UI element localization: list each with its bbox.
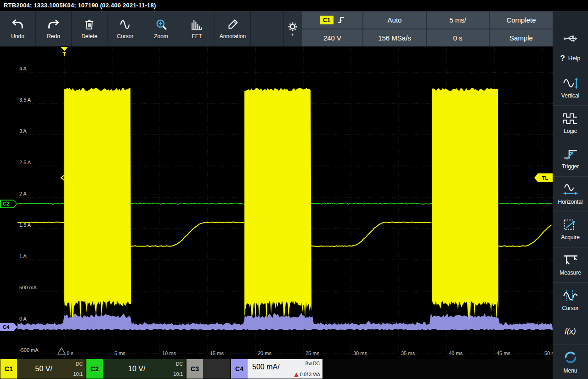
pencil-icon [227,18,239,31]
undo-button[interactable]: Undo [0,11,36,46]
channel-c3-control[interactable]: C3 [187,359,230,379]
sidebar-item-acquire[interactable]: Acquire [553,212,588,247]
usb-status-area [553,11,588,46]
acquire-icon [562,218,579,231]
title-bar: RTB2004; 1333.1005K04; 107190 (02.400 20… [0,0,588,11]
channel4-position-marker[interactable]: C4 [0,323,17,331]
trigger-position-marker[interactable]: T [61,47,68,57]
toolbar-button-label: Undo [11,33,24,40]
logic-icon [562,112,579,125]
y-axis-label: 3.5 A [19,97,31,103]
c4-attenuation: 0.013 V/A [300,372,320,377]
menu-sidebar: ?HelpVerticalLogicTriggerHorizontalAcqui… [553,46,588,379]
trigger-mode-cell[interactable]: Auto [363,11,426,29]
annotation-button[interactable]: Annotation [215,11,251,46]
sidebar-item-trigger[interactable]: Trigger [553,141,588,177]
horizontal-position-cell[interactable]: 0 s [427,29,489,46]
cursor-button[interactable]: Cursor [107,11,143,46]
cursor-menu-icon [562,289,579,302]
c1-coupling: DC [76,361,83,367]
sidebar-item-label: Acquire [561,234,580,241]
trigger-source-cell[interactable]: C1 [302,11,362,29]
sidebar-item-label: Cursor [562,305,578,311]
channel-c2-control[interactable]: C2 10 V/ DC 10:1 [86,359,186,379]
sidebar-item-label: Logic [564,128,577,134]
sidebar-item-logic[interactable]: Logic [553,106,588,141]
channel-bar: C1 50 V/ DC 10:1 C2 10 V/ DC 10:1 C3 C4 … [0,359,553,379]
trigger-icon [562,148,579,161]
x-axis-label: 25 ms [305,350,319,356]
fx-icon: f(x) [565,327,576,336]
x-axis-label: 20 ms [258,350,271,356]
timebase-cell[interactable]: 5 ms/ [427,11,489,29]
sine-icon [119,18,131,31]
c1-probe: 10:1 [74,371,83,377]
c2-coupling: DC [176,361,183,367]
toolbar-button-label: FFT [192,33,202,40]
c2-probe: 10:1 [174,371,183,377]
waveform-svg [0,46,553,359]
delete-button[interactable]: Delete [72,11,107,46]
trigger-level-cell[interactable]: 240 V [302,29,362,46]
toolbar-button-label: Annotation [220,33,246,40]
c4-badge: C4 [231,359,248,379]
trash-icon [84,18,95,31]
x-axis-label: 35 ms [401,350,415,356]
channel-c1-control[interactable]: C1 50 V/ DC 10:1 [0,359,85,379]
c1-scale: 50 V/ [17,359,71,379]
y-axis-label: 1.5 A [19,222,31,228]
c4-scale: 500 mA/ [252,363,280,371]
undo-icon [11,18,24,31]
y-axis-label: 2.5 A [19,160,31,165]
rs-logo-icon [562,350,579,365]
channel-c4-control[interactable]: C4 500 mA/ Bw DC 0.013 V/A [231,359,322,379]
zoom-button[interactable]: Zoom [143,11,179,46]
sidebar-item-vertical[interactable]: Vertical [553,70,588,106]
y-axis-label: 500 mA [19,285,37,290]
measure-icon [562,254,579,267]
waveform-display: T TL C2 C4 4 A3.5 A3 A2.5 A2 A1.5 A1 A50… [0,46,553,359]
fft-button[interactable]: FFT [179,11,215,46]
y-axis-label: -500 mA [19,347,39,353]
redo-icon [47,18,60,31]
sidebar-item-menu[interactable]: Menu [553,345,588,379]
sidebar-item-label: Trigger [562,163,579,170]
x-axis-label: 10 ms [162,350,176,356]
x-axis-label: 40 ms [449,350,463,356]
y-axis-label: 0 A [19,316,27,322]
c2-badge: C2 [86,359,103,379]
sidebar-item-label: Measure [560,270,581,276]
x-axis-label: 5 ms [114,350,125,356]
sample-rate-cell[interactable]: 156 MSa/s [363,29,426,46]
acquisition-state-cell[interactable]: Complete [490,11,553,29]
horizontal-icon [562,183,579,196]
fft-icon [191,18,203,31]
y-axis-label: 1 A [19,253,27,259]
toolbar-button-row: UndoRedoDeleteCursorZoomFFTAnnotation [0,11,251,46]
channel2-position-marker[interactable]: C2 [0,200,17,208]
sidebar-item-measure[interactable]: Measure [553,247,588,283]
settings-gear-button[interactable]: ▾ [283,11,301,46]
oscilloscope-screen: RTB2004; 1333.1005K04; 107190 (02.400 20… [0,0,588,379]
sidebar-item-cursor[interactable]: Cursor [553,283,588,318]
trigger-source-badge: C1 [320,16,334,24]
sidebar-item-fx[interactable]: f(x) [553,318,588,345]
sidebar-item-label: Vertical [561,92,579,99]
rising-edge-icon [337,16,345,24]
sidebar-item-help[interactable]: ?Help [553,46,588,70]
toolbar-button-label: Redo [47,33,60,40]
c3-badge: C3 [187,359,203,379]
help-icon: ? [560,54,565,63]
y-axis-label: 3 A [19,128,27,134]
usb-icon [563,33,578,45]
sidebar-item-horizontal[interactable]: Horizontal [553,177,588,212]
redo-button[interactable]: Redo [36,11,72,46]
x-axis-label: 30 ms [353,350,367,356]
acquisition-mode-cell[interactable]: Sample [490,29,553,46]
trigger-level-marker[interactable]: TL [534,173,553,182]
caret-down-icon: ▾ [291,33,294,36]
vertical-icon [562,77,579,90]
toolbar: UndoRedoDeleteCursorZoomFFTAnnotation ▾ … [0,11,588,46]
y-axis-label: 4 A [19,66,27,71]
sidebar-item-label: Horizontal [558,199,582,205]
